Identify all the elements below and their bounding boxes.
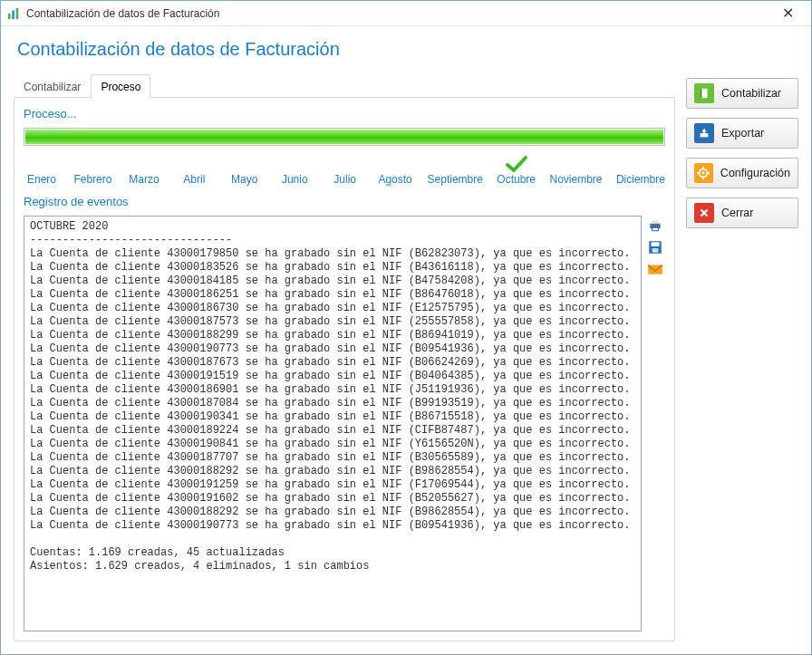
log-toolbar xyxy=(647,216,665,631)
exportar-button[interactable]: Exportar xyxy=(686,118,798,149)
svg-rect-2 xyxy=(16,7,19,18)
configuracion-button[interactable]: Configuración xyxy=(686,158,798,188)
titlebar: Contabilización de datos de Facturación … xyxy=(1,1,811,26)
action-sidebar: Contabilizar Exportar Configuración Cerr… xyxy=(686,69,798,641)
month-enero[interactable]: Enero xyxy=(24,155,60,186)
book-icon xyxy=(694,83,714,103)
event-log[interactable]: OCTUBRE 2020 ---------------------------… xyxy=(24,216,642,631)
svg-rect-5 xyxy=(652,227,659,230)
month-label: Enero xyxy=(27,173,56,186)
cerrar-label: Cerrar xyxy=(721,207,753,219)
svg-rect-8 xyxy=(652,248,659,253)
exportar-label: Exportar xyxy=(721,127,764,140)
log-row: OCTUBRE 2020 ---------------------------… xyxy=(24,216,665,631)
month-label: Mayo xyxy=(231,173,257,186)
month-label: Noviembre xyxy=(549,173,602,186)
page-title: Contabilización de datos de Facturación xyxy=(1,26,811,65)
export-icon xyxy=(694,123,714,143)
svg-point-14 xyxy=(702,172,705,175)
tab-proceso[interactable]: Proceso xyxy=(91,74,150,98)
svg-rect-4 xyxy=(652,220,659,223)
month-diciembre[interactable]: Diciembre xyxy=(616,155,665,186)
app-icon xyxy=(6,6,21,21)
month-agosto[interactable]: Agosto xyxy=(377,155,413,186)
mail-icon[interactable] xyxy=(647,261,663,277)
month-label: Octubre xyxy=(497,173,536,186)
close-button[interactable]: ✕ xyxy=(769,5,806,22)
window-title: Contabilización de datos de Facturación xyxy=(26,7,769,20)
svg-rect-7 xyxy=(652,242,660,246)
process-label: Proceso... xyxy=(24,107,665,120)
month-label: Septiembre xyxy=(428,173,483,186)
app-window: Contabilización de datos de Facturación … xyxy=(0,0,812,655)
svg-rect-1 xyxy=(12,10,14,19)
month-label: Abril xyxy=(183,173,205,186)
content: Contabilizar Proceso Proceso... EneroFeb… xyxy=(1,65,811,654)
month-label: Febrero xyxy=(73,173,111,186)
month-mayo[interactable]: Mayo xyxy=(227,155,263,186)
month-septiembre[interactable]: Septiembre xyxy=(428,155,483,186)
gear-icon xyxy=(694,163,713,183)
months-row: EneroFebreroMarzoAbrilMayoJunioJulioAgos… xyxy=(24,153,665,195)
print-icon[interactable] xyxy=(647,217,663,234)
svg-rect-0 xyxy=(8,14,11,19)
tab-bar: Contabilizar Proceso xyxy=(14,74,675,98)
month-label: Agosto xyxy=(378,173,411,186)
month-noviembre[interactable]: Noviembre xyxy=(549,155,602,186)
tab-contabilizar[interactable]: Contabilizar xyxy=(14,74,91,98)
check-icon xyxy=(505,155,528,173)
contabilizar-label: Contabilizar xyxy=(721,87,781,100)
save-icon[interactable] xyxy=(647,239,663,255)
month-abril[interactable]: Abril xyxy=(176,155,212,186)
close-icon xyxy=(694,203,714,223)
month-label: Julio xyxy=(334,173,356,186)
month-marzo[interactable]: Marzo xyxy=(126,155,162,186)
month-label: Marzo xyxy=(129,173,159,186)
svg-rect-11 xyxy=(701,89,702,99)
log-label: Registro de eventos xyxy=(24,195,665,208)
month-febrero[interactable]: Febrero xyxy=(73,155,111,186)
month-label: Diciembre xyxy=(616,173,665,186)
month-junio[interactable]: Junio xyxy=(276,155,313,186)
month-label: Junio xyxy=(282,173,308,186)
cerrar-button[interactable]: Cerrar xyxy=(686,197,798,228)
month-octubre[interactable]: Octubre xyxy=(497,155,536,186)
main-panel: Contabilizar Proceso Proceso... EneroFeb… xyxy=(14,69,675,641)
progress-bar xyxy=(24,128,665,146)
contabilizar-button[interactable]: Contabilizar xyxy=(686,78,798,109)
panel-proceso: Proceso... EneroFebreroMarzoAbrilMayoJun… xyxy=(14,97,675,641)
configuracion-label: Configuración xyxy=(720,167,790,179)
month-julio[interactable]: Julio xyxy=(327,155,363,186)
progress-fill xyxy=(25,130,663,144)
